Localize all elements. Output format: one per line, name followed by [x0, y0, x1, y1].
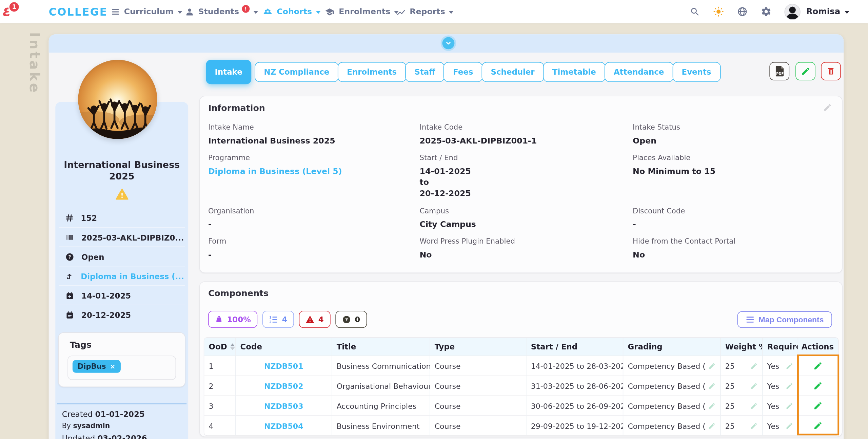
tag-chip[interactable]: DipBus × — [73, 360, 120, 373]
tab-enrolments[interactable]: Enrolments — [338, 62, 406, 82]
components-title: Components — [208, 289, 269, 299]
sort-icon[interactable] — [230, 343, 235, 350]
svg-text:2: 2 — [270, 320, 272, 323]
tab-staff[interactable]: Staff — [405, 62, 445, 82]
cell-dates: 14-01-2025 to 28-03-2025 — [527, 356, 624, 376]
edit-intake-button[interactable] — [795, 62, 815, 80]
edit-required-icon[interactable] — [786, 402, 793, 409]
svg-text:?: ? — [68, 254, 71, 260]
ordered-list-icon: 12 — [269, 315, 278, 324]
weight-total-badge[interactable]: 100% — [208, 311, 258, 328]
component-code-link[interactable]: NZDB501 — [264, 361, 303, 370]
edit-component-icon[interactable] — [813, 421, 823, 431]
alert-badge: ! — [242, 5, 250, 13]
cell-title: Business Communication — [332, 356, 430, 376]
table-row: 4 NZDB504 Business Environment Course 29… — [204, 415, 838, 435]
sun-icon[interactable] — [713, 6, 724, 17]
tags-input-box[interactable]: DipBus × — [67, 356, 176, 380]
chevron-down-icon[interactable] — [845, 11, 849, 14]
calendar-icon — [65, 310, 74, 319]
map-components-button[interactable]: Map Components — [737, 311, 832, 328]
components-table: OoD Code Title Type Start / End Grading … — [204, 337, 839, 436]
tags-title: Tags — [70, 340, 92, 350]
intake-photo — [78, 60, 157, 139]
sidebar-item-programme[interactable]: Diploma in Business (... — [65, 266, 184, 286]
nav-item-students[interactable]: Students ! — [185, 0, 258, 23]
column-header-ood[interactable]: OoD — [204, 338, 236, 356]
edit-required-icon[interactable] — [786, 362, 793, 370]
cell-grading: Competency Based ( — [628, 421, 706, 430]
chevron-down-icon — [253, 11, 258, 14]
notification-badge[interactable]: 1 — [8, 1, 20, 13]
edit-info-icon[interactable] — [823, 103, 832, 112]
hash-icon — [65, 214, 74, 222]
level-up-icon — [65, 272, 74, 281]
edit-grading-icon[interactable] — [708, 402, 716, 409]
user-name[interactable]: Romisa — [806, 7, 841, 17]
export-pdf-button[interactable]: PDF — [769, 62, 789, 80]
programme-link[interactable]: Diploma in Business (Level 5) — [208, 166, 413, 177]
information-card: Information Intake NameInternational Bus… — [199, 96, 843, 273]
tab-timetable[interactable]: Timetable — [543, 62, 605, 82]
warning-icon[interactable] — [116, 188, 129, 202]
edit-required-icon[interactable] — [786, 422, 793, 430]
user-avatar[interactable] — [785, 4, 801, 20]
cell-weight: 25 — [725, 361, 735, 370]
unknown-badge[interactable]: ? 0 — [335, 311, 367, 328]
column-header-required: Required — [763, 338, 798, 356]
edit-component-icon[interactable] — [813, 361, 823, 370]
components-card: Components 100% 12 4 4 ? 0 Map Component… — [199, 281, 843, 437]
component-code-link[interactable]: NZDB503 — [264, 401, 303, 410]
cell-title: Organisational Behaviour — [332, 376, 430, 396]
remove-tag-icon[interactable]: × — [110, 363, 115, 370]
component-code-link[interactable]: NZDB504 — [264, 421, 303, 430]
edit-weight-icon[interactable] — [750, 362, 758, 370]
sidebar-item-status: ? Open — [65, 247, 184, 266]
edit-component-icon[interactable] — [813, 401, 823, 411]
tags-card: Tags DipBus × — [58, 332, 185, 387]
globe-icon[interactable] — [737, 6, 748, 17]
field-wordpress-plugin: Word Press Plugin EnabledNo — [420, 237, 625, 261]
warnings-badge[interactable]: 4 — [299, 311, 331, 328]
column-header-start-end: Start / End — [527, 338, 624, 356]
collapse-button[interactable] — [442, 37, 454, 49]
brand-title[interactable]: COLLEGE — [49, 5, 108, 18]
tab-nz-compliance[interactable]: NZ Compliance — [255, 62, 339, 82]
edit-component-icon[interactable] — [813, 381, 823, 390]
search-icon[interactable] — [690, 6, 701, 17]
component-count-badge[interactable]: 12 4 — [262, 311, 294, 328]
chevron-down-icon — [316, 11, 320, 14]
people-group-icon — [262, 7, 273, 16]
nav-item-cohorts[interactable]: Cohorts — [262, 0, 320, 23]
tab-fees[interactable]: Fees — [443, 62, 482, 82]
nav-item-reports[interactable]: Reports — [396, 0, 453, 23]
tab-attendance[interactable]: Attendance — [604, 62, 673, 82]
tab-scheduler[interactable]: Scheduler — [481, 62, 544, 82]
edit-grading-icon[interactable] — [708, 362, 716, 370]
information-title: Information — [208, 103, 265, 113]
navbar-right-cluster: Romisa — [690, 0, 849, 23]
edit-grading-icon[interactable] — [708, 422, 716, 430]
person-icon — [185, 7, 194, 16]
gear-icon[interactable] — [761, 6, 772, 17]
nav-item-enrolments[interactable]: Enrolments — [324, 0, 399, 23]
tab-events[interactable]: Events — [672, 62, 721, 82]
delete-intake-button[interactable] — [821, 62, 841, 80]
chevron-down-icon — [449, 11, 453, 14]
field-discount-code: Discount Code- — [633, 207, 837, 230]
tab-intake[interactable]: Intake — [206, 60, 251, 84]
cell-required: Yes — [767, 421, 780, 430]
edit-weight-icon[interactable] — [750, 382, 758, 390]
nav-item-curriculum[interactable]: Curriculum — [111, 0, 182, 23]
field-start-end: Start / End 14-01-2025 to 20-12-2025 — [420, 153, 625, 199]
edit-grading-icon[interactable] — [708, 382, 716, 390]
edit-weight-icon[interactable] — [750, 402, 758, 409]
question-circle-icon: ? — [65, 252, 74, 261]
cell-required: Yes — [767, 381, 780, 390]
edit-weight-icon[interactable] — [750, 422, 758, 430]
cell-type: Course — [430, 396, 527, 415]
edit-required-icon[interactable] — [786, 382, 793, 390]
sidebar-item-id: 152 — [65, 208, 184, 228]
column-header-title: Title — [332, 338, 430, 356]
component-code-link[interactable]: NZDB502 — [264, 381, 303, 390]
